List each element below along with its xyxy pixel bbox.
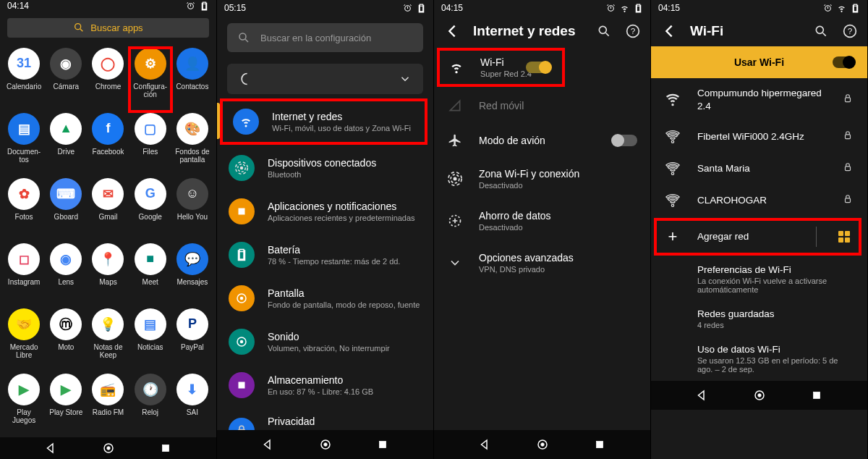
back-icon[interactable] [444, 23, 460, 39]
dnd-bar[interactable] [227, 64, 423, 94]
network-row-redmvil[interactable]: Red móvil [434, 88, 650, 123]
help-icon[interactable] [626, 24, 640, 38]
app-label: Instagram [8, 278, 40, 287]
network-row-zonawifiyconexin[interactable]: Zona Wi-Fi y conexiónDesactivado [434, 158, 650, 200]
back-icon[interactable] [661, 23, 677, 39]
network-row-opcionesavanzadas[interactable]: Opciones avanzadasVPN, DNS privado [434, 242, 650, 284]
app-cmara[interactable]: ◉Cámara [45, 48, 87, 111]
help-icon[interactable] [843, 24, 857, 38]
row-icon [447, 214, 463, 228]
app-icon: ◯ [92, 48, 124, 80]
settings-item-title: Sonido [268, 331, 390, 342]
app-label: Chrome [95, 83, 122, 91]
search-apps[interactable]: Buscar apps [7, 18, 209, 38]
app-contactos[interactable]: 👤Contactos [171, 48, 213, 111]
settings-item-dispositivosconectados[interactable]: Dispositivos conectadosBluetooth [217, 146, 433, 190]
toggle-switch[interactable] [613, 135, 637, 146]
qr-icon[interactable] [838, 231, 850, 243]
search-icon[interactable] [597, 24, 611, 38]
wifi-toggle-switch[interactable] [833, 56, 854, 68]
app-radiofm[interactable]: 📻Radio FM [87, 374, 129, 437]
app-drive[interactable]: ▲Drive [45, 113, 87, 177]
app-mensajes[interactable]: 💬Mensajes [171, 243, 213, 307]
page-title: Wi-Fi [690, 23, 801, 39]
app-lens[interactable]: ◉Lens [45, 243, 87, 307]
app-maps[interactable]: 📍Maps [87, 243, 129, 307]
settings-item-privacidad[interactable]: PrivacidadPermisos, actividad de la cuen… [217, 407, 433, 430]
app-label: Fotos [15, 213, 33, 222]
app-sai[interactable]: ⬇SAI [171, 374, 213, 437]
settings-item-batera[interactable]: Batería78 % - Tiempo restante: más de 2 … [217, 233, 433, 277]
settings-item-internetyredes[interactable]: Internet y redesWi-Fi, móvil, uso de dat… [221, 100, 426, 143]
add-network-row[interactable]: + Agregar red [655, 219, 860, 254]
app-notasdekeep[interactable]: 💡Notas de Keep [87, 308, 129, 372]
network-row-mododeavin[interactable]: Modo de avión [434, 123, 650, 158]
header: Wi-Fi [651, 16, 867, 46]
app-facebook[interactable]: fFacebook [87, 113, 129, 177]
app-documentos[interactable]: ▤Documen- tos [3, 113, 45, 177]
app-gboard[interactable]: ⌨Gboard [45, 178, 87, 242]
settings-item-sub: Volumen, vibración, No interrumpir [268, 344, 390, 353]
nav-back[interactable] [478, 438, 491, 451]
wifi-network-row[interactable]: Fibertel WiFi000 2.4GHz [651, 121, 867, 153]
search-icon[interactable] [814, 24, 828, 38]
nav-recent[interactable] [376, 438, 389, 451]
app-calendario[interactable]: 31Calendario [3, 48, 45, 111]
app-meet[interactable]: ■Meet [129, 243, 171, 307]
nav-home[interactable] [536, 438, 549, 451]
app-icon: ▶ [8, 374, 40, 405]
settings-category-icon [229, 198, 255, 224]
search-settings[interactable]: Buscar en la configuración [227, 23, 423, 52]
network-row-ahorrodedatos[interactable]: Ahorro de datosDesactivado [434, 200, 650, 242]
status-time: 04:14 [7, 1, 29, 11]
settings-item-pantalla[interactable]: PantallaFondo de pantalla, modo de repos… [217, 277, 433, 320]
app-icon: ⚙ [135, 48, 166, 80]
app-configuracin[interactable]: ⚙Configura- ción [129, 48, 171, 111]
settings-item-title: Dispositivos conectados [268, 157, 376, 169]
app-files[interactable]: ▢Files [129, 113, 171, 177]
wifi-pref-item[interactable]: Preferencias de Wi-FiLa conexión Wi-Fi v… [651, 257, 867, 301]
nav-back[interactable] [695, 389, 708, 402]
app-fotos[interactable]: ✿Fotos [3, 178, 45, 242]
wifi-network-row[interactable]: Santa Maria [651, 153, 867, 185]
app-noticias[interactable]: ▤Noticias [129, 308, 171, 372]
lock-icon [843, 130, 853, 143]
app-gmail[interactable]: ✉Gmail [87, 178, 129, 242]
wifi-pref-item[interactable]: Uso de datos Wi-FiSe usaron 12.53 GB en … [651, 337, 867, 381]
app-paypal[interactable]: PPayPal [171, 308, 213, 372]
app-mercadolibre[interactable]: 🤝Mercado Libre [3, 308, 45, 372]
nav-back[interactable] [261, 438, 274, 451]
app-fondosdepantalla[interactable]: 🎨Fondos de pantalla [171, 113, 213, 177]
settings-item-aplicacionesynotificaciones[interactable]: Aplicaciones y notificacionesAplicacione… [217, 190, 433, 233]
nav-home[interactable] [753, 389, 766, 402]
settings-item-almacenamiento[interactable]: AlmacenamientoEn uso: 87 % - Libre: 4.16… [217, 363, 433, 407]
nav-recent[interactable] [593, 438, 606, 451]
network-row-wifi[interactable]: Wi-FiSuper Red 2.4 [438, 49, 563, 85]
app-icon: ▤ [8, 113, 40, 145]
toggle-switch[interactable] [526, 62, 550, 73]
wifi-prefs: Preferencias de Wi-FiLa conexión Wi-Fi v… [651, 257, 867, 381]
wifi-network-row[interactable]: Compumundo hipermegared 2.4 [651, 78, 867, 121]
nav-home[interactable] [102, 442, 115, 455]
navigation-bar [651, 381, 867, 410]
nav-back[interactable] [44, 442, 57, 455]
app-google[interactable]: GGoogle [129, 178, 171, 242]
app-instagram[interactable]: ◻Instagram [3, 243, 45, 307]
nav-recent[interactable] [159, 442, 172, 455]
settings-item-sonido[interactable]: SonidoVolumen, vibración, No interrumpir [217, 320, 433, 363]
nav-home[interactable] [319, 438, 332, 451]
app-chrome[interactable]: ◯Chrome [87, 48, 129, 111]
pref-title: Preferencias de Wi-Fi [697, 264, 853, 275]
wifi-network-row[interactable]: CLAROHOGAR [651, 185, 867, 216]
row-icon [447, 98, 463, 113]
use-wifi-toggle[interactable]: Usar Wi-Fi [651, 46, 867, 78]
settings-item-sub: Fondo de pantalla, modo de reposo, fuent… [268, 300, 420, 309]
nav-recent[interactable] [810, 389, 823, 402]
wifi-pref-item[interactable]: Redes guardadas4 redes [651, 301, 867, 337]
app-reloj[interactable]: 🕐Reloj [129, 374, 171, 437]
row-title: Red móvil [479, 100, 637, 111]
app-helloyou[interactable]: ☺Hello You [171, 178, 213, 242]
app-playjuegos[interactable]: ▶Play Juegos [3, 374, 45, 437]
app-moto[interactable]: ⓜMoto [45, 308, 87, 372]
app-playstore[interactable]: ▶Play Store [45, 374, 87, 437]
